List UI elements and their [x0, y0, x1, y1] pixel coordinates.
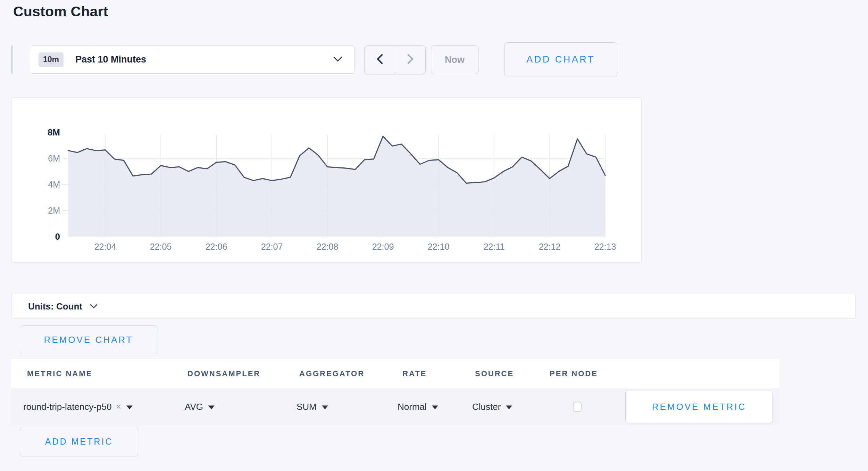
col-header-aggregator: AGGREGATOR — [299, 369, 365, 378]
col-header-metric-name: METRIC NAME — [27, 369, 92, 378]
time-range-label: Past 10 Minutes — [75, 54, 146, 65]
metric-row: round-trip-latency-p50 × AVG SUM Normal … — [11, 388, 779, 425]
col-header-source: SOURCE — [475, 369, 514, 378]
aggregator-dropdown[interactable]: SUM — [297, 402, 328, 412]
y-axis-tick-label: 4M — [48, 180, 60, 189]
time-range-dropdown[interactable]: 10m Past 10 Minutes — [30, 46, 355, 74]
x-axis-tick-label: 22:12 — [539, 242, 561, 251]
shift-forward-button[interactable] — [395, 46, 425, 74]
source-value: Cluster — [472, 402, 501, 412]
downsampler-value: AVG — [185, 402, 203, 412]
units-dropdown[interactable]: Units: Count — [11, 294, 856, 319]
y-axis-tick-label: 0 — [55, 231, 60, 242]
toolbar-accent-rule — [11, 46, 12, 74]
x-axis-tick-label: 22:05 — [150, 242, 172, 251]
aggregator-value: SUM — [297, 402, 317, 412]
x-axis-tick-label: 22:10 — [428, 242, 450, 251]
metric-name-value: round-trip-latency-p50 — [23, 402, 111, 412]
add-metric-button[interactable]: ADD METRIC — [20, 427, 138, 456]
col-header-rate: RATE — [402, 369, 427, 378]
col-header-per-node: PER NODE — [550, 369, 598, 378]
rate-dropdown[interactable]: Normal — [398, 402, 438, 412]
caret-down-icon — [322, 405, 328, 409]
units-label: Units: Count — [28, 301, 82, 312]
time-shift-group — [364, 46, 426, 74]
y-axis-tick-label: 6M — [48, 154, 60, 163]
chevron-down-icon — [333, 56, 343, 63]
source-dropdown[interactable]: Cluster — [472, 402, 512, 412]
chart-area-fill — [68, 136, 605, 237]
metric-table-header: METRIC NAME DOWNSAMPLER AGGREGATOR RATE … — [11, 359, 779, 388]
per-node-checkbox[interactable] — [573, 402, 582, 412]
metric-name-dropdown[interactable]: round-trip-latency-p50 × — [23, 402, 133, 412]
custom-chart-page: Custom Chart 10m Past 10 Minutes Now ADD… — [0, 0, 868, 471]
remove-chart-button[interactable]: REMOVE CHART — [20, 325, 157, 354]
caret-down-icon — [432, 405, 438, 409]
remove-metric-button[interactable]: REMOVE METRIC — [625, 390, 773, 423]
x-axis-tick-label: 22:07 — [261, 242, 283, 251]
x-axis-tick-label: 22:11 — [484, 242, 505, 251]
x-axis-tick-label: 22:06 — [206, 242, 227, 251]
x-axis-tick-label: 22:04 — [94, 242, 116, 251]
shift-backward-button[interactable] — [365, 46, 395, 74]
rate-value: Normal — [398, 402, 427, 412]
clear-metric-icon[interactable]: × — [116, 402, 121, 412]
x-axis-tick-label: 22:13 — [594, 242, 616, 251]
caret-down-icon — [208, 405, 215, 409]
timeseries-chart[interactable]: 22:0422:0522:0622:0722:0822:0922:1022:11… — [11, 98, 642, 263]
chevron-right-icon — [406, 53, 415, 66]
x-axis-tick-label: 22:09 — [372, 242, 394, 251]
caret-down-icon — [126, 405, 133, 409]
chart-card: 22:0422:0522:0622:0722:0822:0922:1022:11… — [11, 97, 642, 263]
downsampler-dropdown[interactable]: AVG — [185, 402, 215, 412]
x-axis-tick-label: 22:08 — [317, 242, 339, 251]
y-axis-tick-label: 8M — [48, 127, 60, 138]
chevron-down-icon — [90, 304, 98, 310]
now-button[interactable]: Now — [431, 46, 478, 74]
chevron-left-icon — [375, 53, 384, 66]
col-header-downsampler: DOWNSAMPLER — [187, 369, 260, 378]
time-range-badge: 10m — [39, 52, 64, 67]
caret-down-icon — [506, 405, 512, 409]
add-chart-button[interactable]: ADD CHART — [504, 42, 617, 76]
page-title: Custom Chart — [13, 3, 108, 20]
y-axis-tick-label: 2M — [48, 206, 60, 215]
